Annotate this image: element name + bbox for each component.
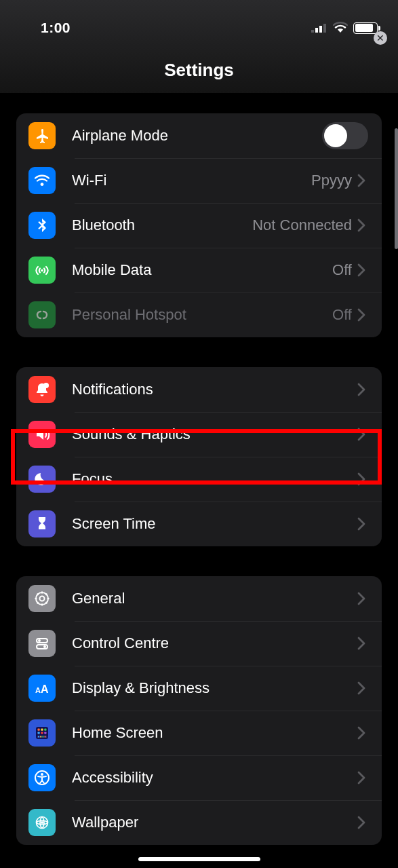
accessibility-icon [28,764,56,791]
svg-rect-32 [42,736,43,738]
chevron-right-icon [357,174,370,187]
highlight-box [11,429,382,485]
chevron-right-icon [357,681,370,695]
settings-group: Airplane ModeWi-FiPpyyyBluetoothNot Conn… [16,113,382,337]
settings-row-notifications[interactable]: Notifications [16,367,382,412]
settings-row-bluetooth[interactable]: BluetoothNot Connected [16,203,382,248]
airplane-toggle[interactable] [322,122,368,149]
chevron-right-icon [357,637,370,650]
chevron-right-icon [357,263,370,277]
row-label: Notifications [72,381,357,398]
notifications-icon [28,376,56,403]
svg-point-5 [43,383,49,388]
close-icon[interactable]: ✕ [374,31,387,45]
settings-row-general[interactable]: General [16,576,382,621]
homescreen-icon [28,719,56,747]
chevron-right-icon [357,219,370,232]
svg-rect-23 [38,729,40,731]
svg-rect-33 [45,736,46,738]
row-label: Airplane Mode [72,127,322,145]
svg-rect-26 [38,732,40,734]
settings-row-mobile[interactable]: Mobile DataOff [16,248,382,293]
chevron-right-icon [357,308,370,322]
settings-group: GeneralControl CentreAADisplay & Brightn… [16,576,382,845]
row-label: Accessibility [72,769,357,787]
svg-text:A: A [41,683,49,695]
row-label: Control Centre [72,635,357,652]
status-time: 1:00 [41,20,71,36]
settings-row-wifi[interactable]: Wi-FiPpyyy [16,158,382,203]
chevron-right-icon [357,816,370,829]
row-value: Not Connected [252,216,352,234]
svg-point-19 [43,645,46,648]
screentime-icon [28,510,56,537]
chevron-right-icon [357,383,370,396]
display-icon: AA [28,675,56,702]
bluetooth-icon [28,212,56,239]
wifi-icon [333,20,348,36]
row-label: Wi-Fi [72,172,311,189]
scroll-indicator [395,128,398,249]
airplane-icon [28,122,56,149]
row-value: Off [332,306,352,324]
settings-row-homescreen[interactable]: Home Screen [16,711,382,755]
mobile-icon [28,257,56,284]
chevron-right-icon [357,726,370,740]
svg-rect-28 [44,732,46,734]
svg-rect-24 [41,729,43,731]
controlcentre-icon [28,630,56,657]
row-label: Mobile Data [72,261,332,279]
row-label: Home Screen [72,724,357,742]
settings-row-controlcentre[interactable]: Control Centre [16,621,382,666]
svg-rect-30 [38,736,39,738]
svg-rect-2 [319,26,322,33]
svg-rect-31 [40,736,41,738]
svg-rect-25 [44,729,46,731]
cellular-icon [311,23,327,33]
general-icon [28,585,56,612]
svg-point-17 [38,639,41,642]
settings-row-hotspot[interactable]: Personal HotspotOff [16,293,382,337]
status-indicators [311,20,378,36]
row-label: Display & Brightness [72,679,357,697]
svg-rect-3 [323,24,326,33]
settings-row-wallpaper[interactable]: Wallpaper [16,800,382,845]
svg-point-35 [41,773,43,776]
svg-point-4 [41,269,43,272]
settings-row-screentime[interactable]: Screen Time [16,502,382,546]
page-title: Settings [0,41,398,81]
row-label: Bluetooth [72,216,252,234]
home-indicator[interactable] [138,857,260,861]
row-value: Ppyyy [311,172,352,189]
row-label: General [72,590,357,607]
svg-rect-27 [41,732,43,734]
chevron-right-icon [357,592,370,605]
wifi-icon [28,167,56,194]
settings-row-accessibility[interactable]: Accessibility [16,755,382,800]
svg-text:A: A [35,686,41,694]
row-label: Personal Hotspot [72,306,332,324]
hotspot-icon [28,301,56,328]
row-value: Off [332,261,352,279]
settings-row-display[interactable]: AADisplay & Brightness [16,666,382,711]
row-label: Screen Time [72,515,357,533]
status-bar: 1:00 [0,0,398,41]
svg-rect-1 [315,28,318,33]
settings-row-airplane[interactable]: Airplane Mode [16,113,382,158]
chevron-right-icon [357,771,370,785]
svg-point-7 [40,597,45,601]
row-label: Wallpaper [72,814,357,831]
svg-point-37 [41,821,43,824]
battery-icon [353,22,378,34]
wallpaper-icon [28,809,56,836]
svg-rect-0 [311,30,314,33]
chevron-right-icon [357,517,370,531]
